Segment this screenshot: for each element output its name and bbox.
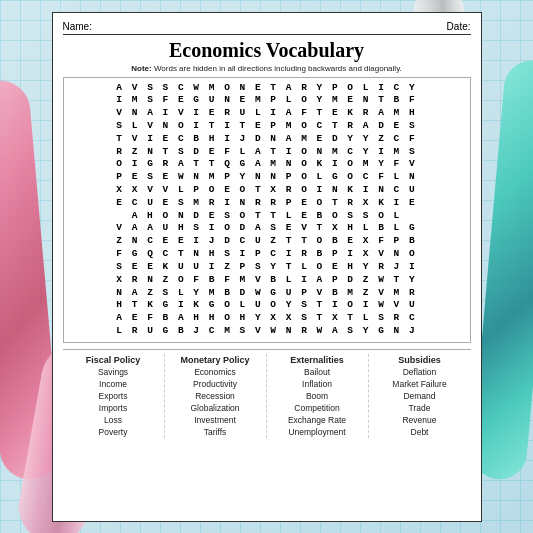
subtitle-text: Words are hidden in all directions inclu…	[154, 64, 402, 73]
word-column-header: Monetary Policy	[180, 354, 249, 366]
grid-row: A H O N D E S O T T L E B O S S O L	[66, 210, 468, 223]
word-item: Loss	[104, 414, 122, 426]
word-item: Revenue	[402, 414, 436, 426]
grid-row: V N A I V I E R U L I A F T E K R A M H	[66, 107, 468, 120]
grid-row: A V S S C W M O N E T A R Y P O L I C Y	[66, 82, 468, 95]
grid-row: H T K G I K G O L U O Y S T I O I W V U	[66, 299, 468, 312]
word-item: Imports	[99, 402, 127, 414]
word-item: Debt	[411, 426, 429, 438]
grid-row: V A A U H S I O D A S E V T X H L B L G	[66, 222, 468, 235]
word-column-header: Subsidies	[398, 354, 441, 366]
word-item: Poverty	[99, 426, 128, 438]
word-item: Recession	[195, 390, 235, 402]
header-line: Name: Date:	[63, 21, 471, 35]
worksheet-title: Economics Vocabulary	[63, 39, 471, 62]
worksheet: Name: Date: Economics Vocabulary Note: W…	[52, 12, 482, 522]
grid-row: F G Q C T N H S I P C I R B P I X V N O	[66, 248, 468, 261]
grid-row: L R U G B J C M S V W N R W A S Y G N J	[66, 325, 468, 338]
word-item: Globalization	[190, 402, 239, 414]
word-item: Economics	[194, 366, 236, 378]
grid-row: A E F B A H H O H Y X X S T X T L S R C	[66, 312, 468, 325]
name-label: Name:	[63, 21, 92, 32]
word-list: Fiscal PolicySavingsIncomeExportsImports…	[63, 349, 471, 438]
date-label: Date:	[447, 21, 471, 32]
word-search-grid: A V S S C W M O N E T A R Y P O L I C YI…	[63, 77, 471, 343]
word-column-header: Fiscal Policy	[86, 354, 141, 366]
word-column: ExternalitiesBailoutInflationBoomCompeti…	[267, 354, 369, 438]
word-item: Trade	[409, 402, 431, 414]
grid-row: P E S E W N M P Y N N P O L G O C F L N	[66, 171, 468, 184]
grid-row: X R N Z O F B F M V B L I A P D Z W T Y	[66, 274, 468, 287]
grid-row: E C U E S M R I N R R P E O T R X K I E	[66, 197, 468, 210]
word-item: Boom	[306, 390, 328, 402]
word-item: Market Failure	[392, 378, 446, 390]
grid-row: S E E K U U I Z P S Y T L O E H Y R J I	[66, 261, 468, 274]
word-column-header: Externalities	[290, 354, 344, 366]
subtitle-note: Note:	[131, 64, 151, 73]
grid-row: N A Z S L Y M B D W G U P V B M Z V M R	[66, 287, 468, 300]
word-item: Productivity	[193, 378, 237, 390]
grid-row: Z N C E E I J D C U Z T T O B E X F P B	[66, 235, 468, 248]
grid-row: O I G R A T T Q G A M N O K I O M Y F V	[66, 158, 468, 171]
word-item: Exports	[99, 390, 128, 402]
word-item: Inflation	[302, 378, 332, 390]
word-item: Savings	[98, 366, 128, 378]
grid-row: S L V N O I T I T E P M O C T R A D E S	[66, 120, 468, 133]
word-column: Fiscal PolicySavingsIncomeExportsImports…	[63, 354, 165, 438]
word-item: Demand	[403, 390, 435, 402]
word-item: Bailout	[304, 366, 330, 378]
word-item: Unemployment	[288, 426, 345, 438]
word-item: Investment	[194, 414, 236, 426]
grid-row: I M S F E G U N E M P L O Y M E N T B F	[66, 94, 468, 107]
word-item: Deflation	[403, 366, 437, 378]
grid-row: T V I E C B H I J D N A M E D Y Y Z C F	[66, 133, 468, 146]
subtitle: Note: Words are hidden in all directions…	[63, 64, 471, 73]
word-item: Competition	[294, 402, 339, 414]
word-column: Monetary PolicyEconomicsProductivityRece…	[165, 354, 267, 438]
grid-row: X X V V L P O E O T X R O I N K I N C U	[66, 184, 468, 197]
word-item: Income	[99, 378, 127, 390]
grid-row: R Z N T S D E F L A T I O N M C Y I M S	[66, 146, 468, 159]
word-item: Tariffs	[204, 426, 227, 438]
word-column: SubsidiesDeflationMarket FailureDemandTr…	[369, 354, 471, 438]
word-item: Exchange Rate	[288, 414, 346, 426]
